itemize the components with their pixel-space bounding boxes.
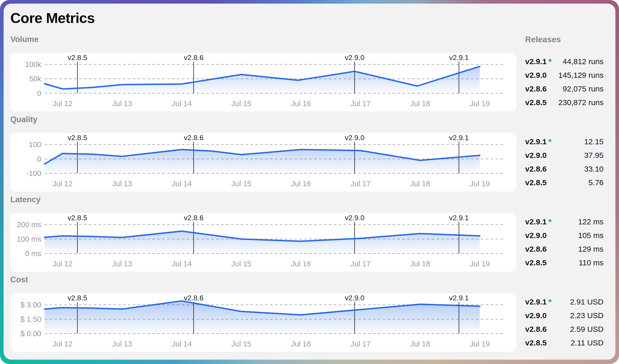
svg-text:0: 0 bbox=[37, 89, 41, 97]
section-quality: Quality 1000-100Jul 12Jul 13Jul 14Jul 15… bbox=[10, 115, 615, 195]
release-value: 2.11 USD bbox=[571, 338, 604, 347]
release-value: 33.10 bbox=[584, 165, 604, 173]
releases-panel-header: Releases bbox=[522, 35, 615, 53]
release-current-dot bbox=[549, 139, 551, 142]
svg-text:Jul 16: Jul 16 bbox=[291, 340, 311, 348]
release-current-dot bbox=[549, 59, 551, 62]
release-value: 44,812 runs bbox=[563, 57, 604, 66]
release-row: v2.9.1 44,812 runs bbox=[522, 55, 615, 68]
svg-text:Jul 19: Jul 19 bbox=[470, 260, 490, 268]
svg-text:Jul 17: Jul 17 bbox=[351, 260, 370, 268]
release-row: v2.9.0 145,129 runs bbox=[522, 68, 615, 82]
latency-chart-card: 200 ms100 ms0 msJul 12Jul 13Jul 14Jul 15… bbox=[10, 213, 516, 272]
svg-text:100: 100 bbox=[29, 140, 41, 149]
release-value: 37.95 bbox=[584, 151, 604, 160]
svg-text:100 ms: 100 ms bbox=[17, 235, 41, 243]
release-row: v2.8.6 2.59 USD bbox=[522, 322, 615, 336]
release-value: 5.76 bbox=[589, 178, 604, 187]
svg-text:Jul 15: Jul 15 bbox=[231, 99, 251, 108]
quality-chart[interactable]: 1000-100Jul 12Jul 13Jul 14Jul 15Jul 16Ju… bbox=[10, 133, 516, 192]
svg-text:Jul 12: Jul 12 bbox=[53, 260, 72, 268]
svg-text:v2.8.5: v2.8.5 bbox=[68, 294, 87, 302]
svg-text:50k: 50k bbox=[29, 75, 41, 83]
svg-text:Jul 13: Jul 13 bbox=[112, 99, 132, 108]
release-row: v2.9.1 122 ms bbox=[522, 215, 615, 228]
svg-text:v2.9.0: v2.9.0 bbox=[345, 134, 364, 142]
cost-releases-group: v2.9.1 2.91 USD v2.9.0 2.23 USD v2.8.6 2… bbox=[522, 293, 615, 352]
release-version: v2.9.0 bbox=[525, 311, 547, 320]
svg-text:Jul 12: Jul 12 bbox=[53, 99, 72, 108]
svg-text:Jul 18: Jul 18 bbox=[410, 340, 430, 348]
release-version: v2.9.1 bbox=[525, 298, 547, 306]
svg-text:Jul 14: Jul 14 bbox=[172, 340, 192, 348]
svg-text:v2.8.5: v2.8.5 bbox=[68, 134, 87, 142]
svg-text:Jul 19: Jul 19 bbox=[470, 340, 490, 348]
cost-chart-card: $ 3.00$ 1.50$ 0.00Jul 12Jul 13Jul 14Jul … bbox=[10, 293, 516, 352]
release-version: v2.8.6 bbox=[525, 84, 547, 93]
quality-releases-group: v2.9.1 12.15 v2.9.0 37.95 v2.8.6 33.10 v… bbox=[522, 133, 615, 192]
release-version: v2.8.6 bbox=[525, 245, 547, 253]
svg-text:v2.9.0: v2.9.0 bbox=[345, 214, 364, 222]
header-row: Core Metrics bbox=[10, 4, 615, 35]
svg-text:$ 1.50: $ 1.50 bbox=[20, 315, 41, 323]
svg-text:v2.8.6: v2.8.6 bbox=[184, 54, 203, 62]
release-current-dot bbox=[549, 219, 551, 222]
release-version: v2.9.0 bbox=[525, 151, 547, 160]
svg-text:Jul 13: Jul 13 bbox=[112, 340, 132, 348]
release-version: v2.8.6 bbox=[525, 325, 547, 334]
latency-releases-group: v2.9.1 122 ms v2.9.0 105 ms v2.8.6 129 m… bbox=[522, 213, 615, 272]
release-version: v2.8.5 bbox=[525, 338, 547, 347]
svg-text:v2.8.5: v2.8.5 bbox=[68, 214, 87, 222]
svg-text:Jul 14: Jul 14 bbox=[172, 99, 192, 108]
release-value: 122 ms bbox=[578, 217, 604, 226]
release-version: v2.9.1 bbox=[525, 217, 547, 226]
volume-chart[interactable]: 100k50k0Jul 12Jul 13Jul 14Jul 15Jul 16Ju… bbox=[10, 53, 516, 112]
svg-text:v2.9.1: v2.9.1 bbox=[449, 294, 469, 302]
latency-chart[interactable]: 200 ms100 ms0 msJul 12Jul 13Jul 14Jul 15… bbox=[10, 213, 516, 272]
svg-text:Jul 15: Jul 15 bbox=[231, 340, 251, 348]
svg-text:v2.8.5: v2.8.5 bbox=[68, 54, 87, 62]
svg-text:Jul 18: Jul 18 bbox=[410, 180, 430, 188]
release-version: v2.8.6 bbox=[525, 165, 547, 173]
release-row: v2.9.1 2.91 USD bbox=[522, 295, 615, 309]
svg-text:Jul 17: Jul 17 bbox=[351, 180, 370, 188]
svg-text:Jul 16: Jul 16 bbox=[291, 180, 311, 188]
release-version: v2.8.5 bbox=[525, 178, 547, 187]
svg-text:Jul 18: Jul 18 bbox=[410, 260, 430, 268]
svg-text:Jul 19: Jul 19 bbox=[470, 180, 490, 188]
svg-text:v2.9.1: v2.9.1 bbox=[449, 214, 469, 222]
svg-text:$ 3.00: $ 3.00 bbox=[20, 301, 41, 309]
release-version: v2.9.1 bbox=[525, 57, 547, 66]
svg-text:Jul 16: Jul 16 bbox=[291, 260, 311, 268]
volume-chart-card: 100k50k0Jul 12Jul 13Jul 14Jul 15Jul 16Ju… bbox=[10, 53, 516, 112]
svg-text:0: 0 bbox=[37, 155, 41, 163]
latency-section-label: Latency bbox=[10, 195, 516, 213]
svg-text:Jul 14: Jul 14 bbox=[172, 260, 192, 268]
release-value: 2.91 USD bbox=[570, 298, 604, 306]
release-row: v2.9.1 12.15 bbox=[522, 135, 615, 148]
release-value: 92,075 runs bbox=[563, 84, 604, 93]
svg-text:Jul 14: Jul 14 bbox=[172, 180, 192, 188]
svg-text:$ 0.00: $ 0.00 bbox=[20, 329, 41, 338]
cost-section-label: Cost bbox=[10, 275, 516, 293]
release-value: 2.23 USD bbox=[570, 311, 604, 320]
release-value: 2.59 USD bbox=[570, 325, 604, 334]
release-version: v2.9.0 bbox=[525, 71, 547, 80]
volume-releases-group: v2.9.1 44,812 runs v2.9.0 145,129 runs v… bbox=[522, 53, 615, 112]
release-row: v2.8.6 129 ms bbox=[522, 242, 615, 256]
release-value: 12.15 bbox=[584, 137, 604, 146]
svg-text:Jul 15: Jul 15 bbox=[231, 260, 251, 268]
quality-section-label: Quality bbox=[10, 115, 516, 133]
cost-chart[interactable]: $ 3.00$ 1.50$ 0.00Jul 12Jul 13Jul 14Jul … bbox=[10, 293, 516, 352]
svg-text:Jul 19: Jul 19 bbox=[470, 99, 490, 108]
release-row: v2.9.0 37.95 bbox=[522, 148, 615, 162]
release-row: v2.9.0 2.23 USD bbox=[522, 309, 615, 322]
svg-text:v2.8.6: v2.8.6 bbox=[184, 214, 203, 222]
release-value: 105 ms bbox=[578, 231, 604, 240]
gradient-backdrop: Core Metrics Volume 100k50k0Jul 12Jul 13… bbox=[0, 0, 619, 364]
svg-text:Jul 13: Jul 13 bbox=[112, 260, 132, 268]
release-row: v2.8.5 110 ms bbox=[522, 256, 615, 269]
core-metrics-card: Core Metrics Volume 100k50k0Jul 12Jul 13… bbox=[4, 4, 615, 360]
release-value: 145,129 runs bbox=[558, 71, 604, 80]
release-value: 110 ms bbox=[579, 258, 604, 267]
